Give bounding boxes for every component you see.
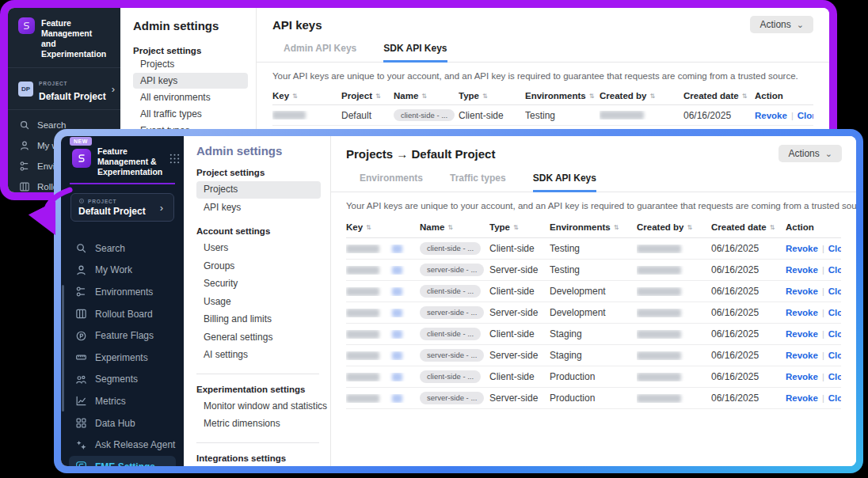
redacted-copy-icon: [392, 351, 402, 360]
tab-traffic-types[interactable]: Traffic types: [450, 173, 506, 192]
nav-item-metric-dimensions[interactable]: Metric dimensions: [196, 415, 321, 433]
nav-section-account-settings: Account settings: [196, 226, 321, 236]
table-row: server-side - ... Server-side Developmen…: [346, 302, 841, 324]
back-tabs: Admin API Keys SDK API Keys: [257, 43, 829, 63]
tab-admin-api-keys[interactable]: Admin API Keys: [284, 43, 356, 62]
nav-section-project-settings: Project settings: [133, 46, 248, 55]
clone-link[interactable]: Clone: [828, 265, 841, 275]
tab-environments[interactable]: Environments: [360, 173, 423, 192]
sort-icon[interactable]: ⇅: [421, 93, 427, 100]
sidebar-item-data-hub[interactable]: Data Hub: [69, 412, 176, 434]
nav-item-billing-and-limits[interactable]: Billing and limits: [196, 311, 321, 328]
revoke-link[interactable]: Revoke: [755, 111, 787, 120]
api-keys-description: Your API keys are unique to your account…: [257, 63, 829, 81]
table-row: Default client-side - ... Client-side Te…: [272, 105, 813, 126]
clone-link[interactable]: Clone: [828, 351, 841, 360]
sort-icon[interactable]: ⇅: [589, 93, 595, 100]
front-project-switcher[interactable]: PROJECT Default Project ›: [70, 193, 174, 222]
nav-item-general-settings[interactable]: General settings: [196, 329, 321, 347]
redacted-user: [637, 309, 681, 317]
annotation-arrow: [22, 180, 81, 239]
sort-icon[interactable]: ⇅: [447, 224, 453, 231]
sort-icon[interactable]: ⇅: [649, 93, 655, 100]
user-icon: [75, 264, 87, 276]
back-brand: Feature Management and Experimentation: [8, 8, 120, 67]
nav-item-monitor-window[interactable]: Monitor window and statistics: [196, 398, 321, 415]
redacted-user: [637, 266, 681, 275]
sort-icon[interactable]: ⇅: [742, 93, 748, 100]
sort-icon[interactable]: ⇅: [687, 224, 692, 231]
nav-item-ai-settings[interactable]: AI settings: [196, 347, 321, 364]
sidebar-item-rollout-board[interactable]: Rollout Board: [69, 303, 176, 325]
admin-settings-title: Admin settings: [133, 19, 248, 32]
clone-link[interactable]: Clone: [828, 393, 841, 403]
table-row: client-side - ... Client-side Developmen…: [346, 281, 841, 302]
sort-icon[interactable]: ⇅: [292, 93, 298, 100]
actions-button[interactable]: Actions ⌄: [750, 16, 813, 33]
redacted-key: [346, 351, 379, 360]
nav-section-integrations-settings: Integrations settings: [196, 453, 321, 463]
nav-item-api-keys[interactable]: API keys: [196, 199, 321, 217]
nav-item-projects[interactable]: Projects: [133, 56, 248, 72]
nav-item-all-environments[interactable]: All environments: [133, 89, 248, 105]
nav-item-security[interactable]: Security: [196, 275, 321, 293]
divider: [196, 374, 319, 374]
app-launcher-icon[interactable]: [169, 153, 181, 168]
nav-item-api-keys[interactable]: API keys: [133, 73, 248, 89]
feature-flag-icon: [75, 330, 87, 342]
back-project-switcher[interactable]: DP PROJECT Default Project ›: [8, 68, 120, 109]
revoke-link[interactable]: Revoke: [786, 308, 818, 317]
chevron-down-icon: ⌄: [825, 149, 832, 159]
nav-item-groups[interactable]: Groups: [196, 258, 321, 275]
sort-icon[interactable]: ⇅: [614, 224, 619, 231]
nav-item-usage[interactable]: Usage: [196, 294, 321, 311]
front-tabs: Environments Traffic types SDK API Keys: [331, 173, 856, 192]
sort-icon[interactable]: ⇅: [513, 224, 519, 231]
revoke-link[interactable]: Revoke: [786, 265, 818, 275]
nav-item-users[interactable]: Users: [196, 240, 321, 257]
sort-icon[interactable]: ⇅: [375, 93, 381, 100]
sidebar-item-segments[interactable]: Segments: [69, 369, 176, 391]
redacted-key: [346, 330, 379, 339]
revoke-link[interactable]: Revoke: [786, 286, 818, 296]
tab-sdk-api-keys[interactable]: SDK API Keys: [533, 173, 596, 192]
nav-item-projects[interactable]: Projects: [196, 181, 321, 199]
sidebar-item-feature-flags[interactable]: Feature Flags: [69, 324, 176, 347]
clone-link[interactable]: Clone: [828, 372, 841, 381]
sidebar-item-ask-release-agent[interactable]: Ask Release Agent: [69, 434, 176, 456]
revoke-link[interactable]: Revoke: [786, 244, 818, 253]
board-icon: [75, 308, 87, 320]
key-name-pill: server-side - ...: [420, 349, 484, 362]
clone-link[interactable]: Clone: [798, 111, 813, 120]
sidebar-item-experiments[interactable]: Experiments: [69, 347, 176, 369]
actions-button[interactable]: Actions ⌄: [779, 145, 842, 162]
front-admin-nav: Admin settings Project settings Projects…: [184, 136, 331, 466]
clone-link[interactable]: Clone: [828, 244, 841, 253]
sidebar-item-environments[interactable]: Environments: [69, 281, 176, 303]
key-name-pill: client-side - ...: [420, 242, 481, 255]
revoke-link[interactable]: Revoke: [786, 351, 818, 360]
nav-item-all-traffic-types[interactable]: All traffic types: [133, 106, 248, 122]
tab-sdk-api-keys[interactable]: SDK API Keys: [383, 43, 447, 63]
sidebar-item-metrics[interactable]: Metrics: [69, 390, 176, 412]
sort-icon[interactable]: ⇅: [366, 224, 371, 231]
revoke-link[interactable]: Revoke: [786, 393, 818, 403]
sort-icon[interactable]: ⇅: [482, 93, 488, 100]
segments-icon: [75, 374, 87, 385]
sidebar-item-my-work[interactable]: My Work: [69, 260, 176, 282]
search-icon: [19, 120, 30, 131]
revoke-link[interactable]: Revoke: [786, 372, 818, 381]
clone-link[interactable]: Clone: [828, 329, 841, 339]
revoke-link[interactable]: Revoke: [786, 329, 818, 339]
admin-settings-title: Admin settings: [196, 144, 321, 157]
redacted-user: [637, 351, 681, 360]
sidebar-scrollbar[interactable]: [62, 285, 64, 412]
environments-icon: [75, 286, 87, 298]
sidebar-item-fme-settings[interactable]: FME Settings: [69, 456, 176, 466]
sidebar-item-search[interactable]: Search: [69, 237, 176, 260]
sort-icon[interactable]: ⇅: [770, 224, 775, 231]
clone-link[interactable]: Clone: [828, 286, 841, 296]
clone-link[interactable]: Clone: [828, 308, 841, 317]
new-badge: NEW: [70, 137, 92, 146]
redacted-copy-icon: [392, 245, 402, 253]
